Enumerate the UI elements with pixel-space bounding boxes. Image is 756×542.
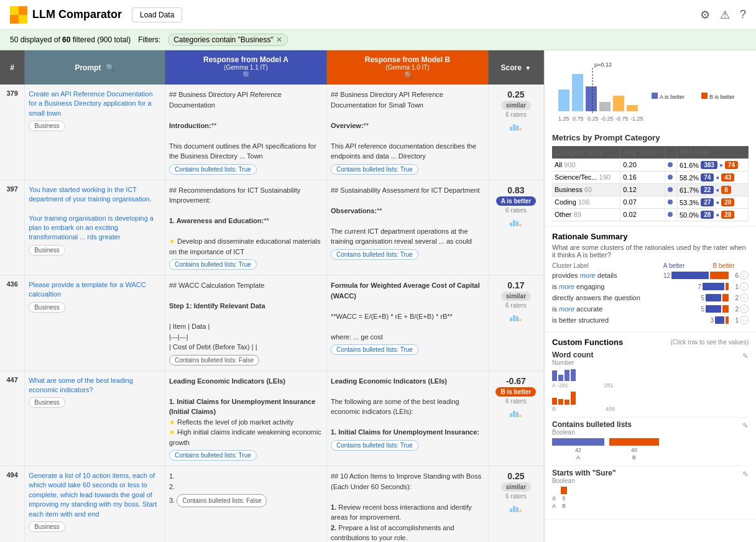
metrics-col-category: Category (cnt) — [552, 146, 620, 159]
raters-text: 6 raters — [492, 398, 540, 405]
metric-win: 53.3% 27 ● 20 — [676, 196, 748, 209]
func-edit-icon[interactable]: ✎ — [742, 421, 749, 430]
table-row[interactable]: 397 You have started working in the ICT … — [0, 180, 544, 275]
bar-b-bool — [561, 487, 567, 494]
win-b-badge: 74 — [725, 161, 738, 169]
score-badge: similar — [501, 292, 531, 301]
custom-func-item[interactable]: Word count Number ✎ A -281 281 B 40 — [552, 351, 749, 412]
rationale-info-btn[interactable]: ○ — [740, 305, 749, 313]
metrics-row[interactable]: Science/Tec... 190 0.16 58.2% 74 ● 43 — [552, 172, 749, 184]
row-prompt: Create an API Reference Documentation fo… — [25, 85, 165, 180]
table-row[interactable]: 436 Please provide a template for a WACC… — [0, 275, 544, 371]
metric-avg: 0.20 — [620, 159, 665, 172]
filter-badge[interactable]: Categories contain "Business" ✕ — [168, 34, 288, 46]
metric-category: Science/Tec... 190 — [552, 172, 620, 184]
row-prompt: What are some of the best leading econom… — [25, 370, 165, 466]
filter-remove-icon[interactable]: ✕ — [276, 35, 282, 44]
alert-icon[interactable]: ⚠ — [720, 8, 730, 22]
rationale-row[interactable]: is more engaging 7 1 ○ — [552, 282, 749, 291]
svg-text:-0.25: -0.25 — [601, 116, 614, 122]
func-type: Number — [552, 359, 593, 366]
contains-a-badge: Contains bulleted lists: True — [169, 259, 257, 270]
rationale-row[interactable]: is better structured 3 1 ○ — [552, 316, 749, 324]
table-row[interactable]: 379 Create an API Reference Documentatio… — [0, 85, 544, 180]
rationale-label: is better structured — [552, 316, 705, 324]
metric-dot — [665, 184, 676, 196]
func-boolean-chart: 42 A 40 B — [552, 438, 749, 461]
rationale-row[interactable]: provides more details 12 6 ○ — [552, 271, 749, 280]
filters-label: Filters: — [138, 35, 160, 44]
metric-avg: 0.12 — [620, 184, 665, 196]
row-response-a: ## Business Directory API Reference Docu… — [165, 85, 326, 180]
bar-a — [706, 305, 721, 313]
table-panel: # Prompt 🔍 Response from Model A (Gemma … — [0, 50, 545, 542]
bar-b — [726, 283, 729, 290]
metrics-col-avg: Avg Score — [620, 146, 665, 159]
category-badge[interactable]: Business — [29, 121, 65, 131]
rationale-info-btn[interactable]: ○ — [740, 293, 749, 302]
func-edit-icon[interactable]: ✎ — [742, 470, 749, 479]
help-icon[interactable]: ? — [740, 8, 746, 21]
category-badge[interactable]: Business — [29, 397, 65, 408]
score-badge: similar — [501, 482, 531, 492]
func-type: Boolean — [552, 429, 632, 436]
win-a-badge: 22 — [701, 186, 714, 194]
metric-win: 61.7% 22 ● 8 — [676, 184, 748, 196]
row-response-b: ## Business Directory API Reference Docu… — [327, 85, 489, 180]
col-header-prompt: Prompt 🔍 — [25, 50, 165, 85]
metric-dot — [665, 209, 676, 221]
model-a-search-icon[interactable]: 🔍 — [242, 71, 252, 80]
bar-a-item — [552, 370, 557, 381]
bar-b — [710, 272, 729, 279]
load-data-button[interactable]: Load Data — [132, 7, 182, 22]
rationale-bars: 5 2 — [696, 305, 739, 313]
win-a-badge: 383 — [701, 161, 717, 169]
metrics-row[interactable]: Coding 106 0.07 53.3% 27 ● 20 — [552, 196, 749, 209]
main-content: # Prompt 🔍 Response from Model A (Gemma … — [0, 50, 756, 542]
right-panel: μ=0.12 1.25 0.75 0.25 -0.25 -0.75 -1.25 … — [545, 50, 756, 542]
custom-func-item[interactable]: Contains bulleted lists Boolean ✎ 42 A 4… — [552, 420, 749, 461]
svg-rect-5 — [572, 74, 583, 111]
table-row[interactable]: 447 What are some of the best leading ec… — [0, 370, 544, 466]
category-badge[interactable]: Business — [29, 302, 65, 313]
bar-a-item — [558, 375, 563, 381]
func-edit-icon[interactable]: ✎ — [742, 352, 749, 361]
custom-func-item[interactable]: Starts with "Sure" Boolean ✎ 0 A 5 B — [552, 469, 749, 509]
metric-win: 50.0% 28 ● 28 — [676, 209, 748, 221]
row-score: 0.25 similar 6 raters — [488, 85, 543, 180]
metric-category: Business 60 — [552, 184, 620, 196]
row-num: 494 — [0, 466, 25, 543]
row-num: 436 — [0, 275, 25, 371]
row-num: 379 — [0, 85, 25, 180]
metrics-row[interactable]: Other 89 0.02 50.0% 28 ● 28 — [552, 209, 749, 221]
row-prompt: You have started working in the ICT depa… — [25, 180, 165, 275]
metrics-row[interactable]: Business 60 0.12 61.7% 22 ● 8 — [552, 184, 749, 196]
metrics-col-win: Win Rate — [676, 146, 748, 159]
category-badge[interactable]: Business — [29, 245, 65, 255]
category-badge[interactable]: Business — [29, 521, 65, 532]
rationale-row[interactable]: is more accurate 5 2 ○ — [552, 305, 749, 313]
rationale-info-btn[interactable]: ○ — [740, 316, 749, 324]
rationale-info-btn[interactable]: ○ — [740, 271, 749, 280]
distribution-chart-area: μ=0.12 1.25 0.75 0.25 -0.25 -0.75 -1.25 … — [545, 50, 756, 128]
table-row[interactable]: 494 Generate a list of 10 action items, … — [0, 466, 544, 543]
raters-text: 6 raters — [492, 302, 540, 309]
col-header-model-b: Response from Model B (Gemma 1.0 IT) 🔍 — [327, 50, 489, 85]
rationale-bars: 12 6 — [662, 272, 739, 279]
mini-bar — [492, 406, 540, 417]
rationale-info-btn[interactable]: ○ — [740, 282, 749, 291]
contains-a-badge: Contains bulleted lists: True — [169, 450, 257, 461]
score-sort-icon[interactable]: ▼ — [525, 65, 531, 71]
svg-text:0.75: 0.75 — [573, 116, 584, 122]
row-response-b: Leading Economic Indicators (LEIs)The fo… — [327, 370, 489, 466]
comparator-table: # Prompt 🔍 Response from Model A (Gemma … — [0, 50, 544, 542]
prompt-search-icon[interactable]: 🔍 — [106, 63, 115, 72]
settings-icon[interactable]: ⚙ — [700, 8, 710, 22]
metrics-row[interactable]: All 900 0.20 61.6% 383 ● 74 — [552, 159, 749, 172]
contains-a-badge: Contains bulleted lists: False — [169, 355, 259, 365]
model-b-search-icon[interactable]: 🔍 — [404, 71, 413, 80]
display-count-text: 50 displayed of 60 filtered (900 total) — [10, 35, 131, 44]
rationale-row[interactable]: directly answers the question 5 2 ○ — [552, 293, 749, 302]
row-response-b: Formula for Weighted Average Cost of Cap… — [327, 275, 489, 371]
metric-category: Other 89 — [552, 209, 620, 221]
